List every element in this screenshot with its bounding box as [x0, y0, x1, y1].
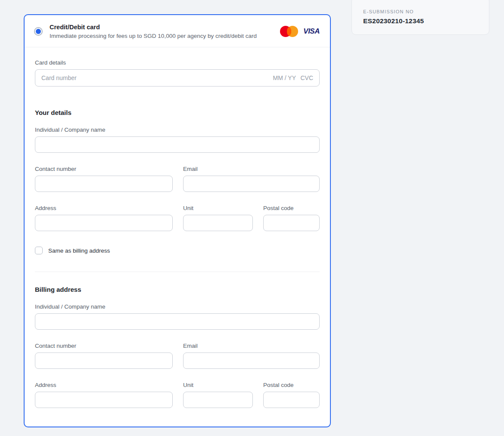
unit-field: Unit — [183, 205, 253, 231]
billing-postal-field: Postal code — [263, 382, 320, 408]
your-details-section: Your details Individual / Company name C… — [35, 109, 320, 254]
billing-email-field: Email — [183, 343, 320, 369]
unit-label: Unit — [183, 205, 253, 211]
payment-form-body: Card details Your details Individual / C… — [25, 47, 330, 421]
payment-method-description: Immediate processing for fees up to SGD … — [50, 33, 273, 39]
card-details-input-group — [35, 69, 320, 87]
contact-label: Contact number — [35, 166, 173, 172]
your-details-name-field: Individual / Company name — [35, 127, 320, 153]
payment-page: Credit/Debit card Immediate processing f… — [0, 0, 504, 436]
billing-address-field: Address — [35, 382, 173, 408]
your-details-address-row: Address Unit Postal code — [35, 205, 320, 231]
billing-email-input[interactable] — [183, 353, 320, 369]
billing-address-input[interactable] — [35, 392, 173, 408]
billing-unit-input[interactable] — [183, 392, 253, 408]
radio-selected-icon — [36, 29, 41, 34]
billing-email-label: Email — [183, 343, 320, 349]
your-details-heading: Your details — [35, 109, 320, 116]
your-email-input[interactable] — [183, 176, 320, 192]
card-cvc-input[interactable] — [296, 70, 313, 86]
address-label: Address — [35, 205, 173, 211]
billing-unit-label: Unit — [183, 382, 253, 388]
card-brand-logos: VISA — [280, 26, 320, 37]
card-details-label: Card details — [35, 59, 320, 66]
billing-name-label: Individual / Company name — [35, 303, 320, 310]
email-label: Email — [183, 166, 320, 172]
payment-method-title: Credit/Debit card — [50, 24, 273, 31]
your-postal-input[interactable] — [263, 215, 320, 231]
same-as-billing-row[interactable]: Same as billing address — [35, 247, 320, 254]
your-address-input[interactable] — [35, 215, 173, 231]
esubmission-number: ES20230210-12345 — [363, 17, 478, 25]
billing-unit-field: Unit — [183, 382, 253, 408]
billing-address-label: Address — [35, 382, 173, 388]
esubmission-panel: E-SUBMISSION NO ES20230210-12345 — [352, 0, 489, 35]
billing-contact-row: Contact number Email — [35, 343, 320, 369]
billing-postal-label: Postal code — [263, 382, 320, 388]
card-number-input[interactable] — [41, 70, 271, 86]
same-as-billing-label: Same as billing address — [48, 247, 110, 254]
payment-method-header: Credit/Debit card Immediate processing f… — [25, 15, 330, 47]
payment-method-text: Credit/Debit card Immediate processing f… — [50, 24, 273, 39]
section-divider — [35, 272, 320, 272]
address-field: Address — [35, 205, 173, 231]
esubmission-label: E-SUBMISSION NO — [363, 9, 478, 14]
visa-icon: VISA — [303, 27, 320, 36]
billing-name-field: Individual / Company name — [35, 303, 320, 330]
billing-contact-input[interactable] — [35, 353, 173, 369]
your-unit-input[interactable] — [183, 215, 253, 231]
postal-field: Postal code — [263, 205, 320, 231]
billing-contact-field: Contact number — [35, 343, 173, 369]
card-details-group: Card details — [35, 59, 320, 87]
billing-contact-label: Contact number — [35, 343, 173, 349]
mastercard-icon — [280, 26, 298, 37]
billing-address-section: Billing address Individual / Company nam… — [35, 286, 320, 408]
same-as-billing-checkbox[interactable] — [35, 247, 43, 254]
postal-label: Postal code — [263, 205, 320, 211]
contact-field: Contact number — [35, 166, 173, 192]
email-field: Email — [183, 166, 320, 192]
credit-debit-card-panel: Credit/Debit card Immediate processing f… — [24, 14, 331, 427]
billing-address-heading: Billing address — [35, 286, 320, 293]
name-label: Individual / Company name — [35, 127, 320, 133]
credit-debit-radio[interactable] — [34, 27, 43, 36]
card-expiry-input[interactable] — [271, 70, 296, 86]
billing-postal-input[interactable] — [263, 392, 320, 408]
your-name-input[interactable] — [35, 136, 320, 153]
billing-name-input[interactable] — [35, 313, 320, 330]
your-details-contact-row: Contact number Email — [35, 166, 320, 192]
your-contact-input[interactable] — [35, 176, 173, 192]
billing-address-row: Address Unit Postal code — [35, 382, 320, 408]
